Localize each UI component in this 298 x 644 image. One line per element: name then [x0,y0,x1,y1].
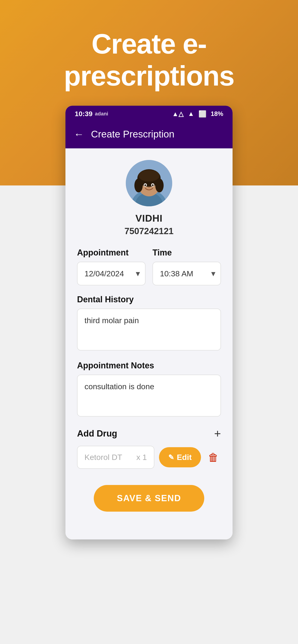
appointment-time-row: Appointment 12/04/2024 ▾ Time 10:38 AM ▾ [77,248,221,285]
status-time-group: 10:39 adani [75,110,108,118]
dental-history-label: Dental History [77,295,221,304]
appointment-notes-group: Appointment Notes consultation is done [77,361,221,418]
time-select-wrapper[interactable]: 10:38 AM ▾ [152,262,221,285]
trash-icon: 🗑 [208,451,219,464]
drug-item: Ketorol DT x 1 ✎ Edit 🗑 [77,446,221,469]
appointment-notes-label: Appointment Notes [77,361,221,370]
svg-point-8 [139,170,159,182]
svg-point-13 [148,186,150,188]
patient-name: VIDHI [135,213,162,224]
appointment-select[interactable]: 12/04/2024 [77,262,146,285]
svg-point-6 [134,178,143,192]
dental-history-textarea[interactable]: third molar pain [77,308,221,350]
drug-qty: x 1 [136,453,147,462]
appointment-label: Appointment [77,248,146,258]
edit-icon: ✎ [168,453,174,461]
main-content: VIDHI 7507242121 Appointment 12/04/2024 … [66,148,232,540]
appointment-group: Appointment 12/04/2024 ▾ [77,248,146,285]
drug-name: Ketorol DT [85,453,122,462]
status-time: 10:39 [75,110,93,118]
status-bar: 10:39 adani ▲△ ▲ ⬜ 18% [66,106,232,122]
status-brand: adani [95,111,108,117]
back-button[interactable]: ← [74,128,84,140]
add-drug-label: Add Drug [77,429,117,438]
time-group: Time 10:38 AM ▾ [152,248,221,285]
svg-point-11 [144,184,146,186]
status-icons-group: ▲△ ▲ ⬜ 18% [172,110,223,118]
delete-drug-button[interactable]: 🗑 [206,449,221,466]
patient-avatar [126,160,172,206]
drug-input-box: Ketorol DT x 1 [77,446,154,469]
svg-point-12 [152,184,154,186]
time-select[interactable]: 10:38 AM [152,262,221,285]
signal-icon: ▲ [188,110,194,118]
edit-button-label: Edit [177,453,192,462]
battery-icon: ⬜ [198,110,207,118]
edit-drug-button[interactable]: ✎ Edit [159,447,201,467]
dental-history-group: Dental History third molar pain [77,295,221,352]
hero-title: Create e-prescriptions [0,0,298,106]
battery-percent: 18% [211,110,223,118]
save-send-button[interactable]: SAVE & SEND [94,485,204,512]
svg-point-7 [155,178,164,192]
add-drug-plus-button[interactable]: + [214,427,221,440]
appointment-select-wrapper[interactable]: 12/04/2024 ▾ [77,262,146,285]
wifi-icon: ▲△ [172,110,184,118]
save-send-wrapper: SAVE & SEND [77,478,221,521]
nav-bar: ← Create Prescription [66,122,232,148]
avatar-section: VIDHI 7507242121 [77,160,221,236]
patient-phone: 7507242121 [124,226,173,236]
time-label: Time [152,248,221,258]
appointment-notes-textarea[interactable]: consultation is done [77,374,221,416]
add-drug-header: Add Drug + [77,427,221,440]
nav-title: Create Prescription [91,129,174,140]
phone-card: 10:39 adani ▲△ ▲ ⬜ 18% ← Create Prescrip… [66,106,232,540]
